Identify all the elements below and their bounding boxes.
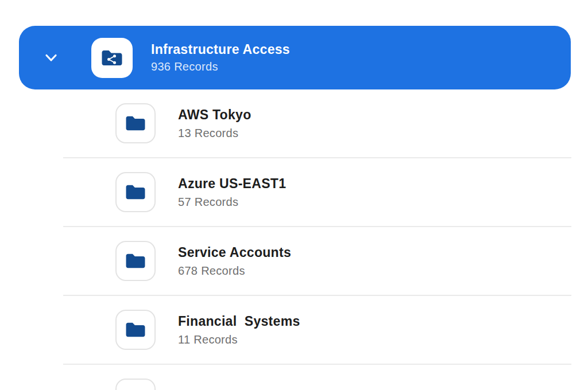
folder-name: Azure US-EAST1: [178, 176, 286, 192]
folder-name: Financial Systems: [178, 314, 300, 329]
folder-row-service-accounts[interactable]: Service Accounts 678 Records: [63, 227, 571, 296]
folder-icon: [115, 379, 156, 390]
folder-row-aws-tokyo[interactable]: AWS Tokyo 13 Records: [63, 89, 571, 158]
chevron-down-icon[interactable]: [44, 50, 59, 65]
folder-text: Azure US-EAST1 57 Records: [178, 176, 286, 209]
shared-folder-icon: [91, 38, 133, 78]
folder-list: AWS Tokyo 13 Records Azure US-EAST1 57 R…: [0, 89, 588, 390]
folder-icon: [115, 172, 156, 212]
shared-folder-record-count: 936 Records: [151, 60, 290, 73]
folder-records: 13 Records: [178, 127, 252, 140]
folder-name: AWS Tokyo: [178, 107, 252, 123]
folder-text: AWS Tokyo 13 Records: [178, 107, 252, 140]
folder-name: Service Accounts: [178, 245, 291, 260]
folder-row-financial-systems[interactable]: Financial Systems 11 Records: [63, 296, 571, 365]
folder-icon: [115, 310, 156, 350]
folder-text: Financial Systems 11 Records: [178, 314, 300, 346]
shared-folder-text: Infrastructure Access 936 Records: [151, 42, 290, 73]
shared-folder-header[interactable]: Infrastructure Access 936 Records: [19, 26, 571, 89]
shared-folder-title: Infrastructure Access: [151, 42, 290, 57]
folder-text: Service Accounts 678 Records: [178, 245, 291, 278]
folder-row-internal-support-tools[interactable]: Internal Support Tools: [63, 365, 571, 390]
folder-icon: [115, 103, 156, 143]
folder-row-azure-us-east1[interactable]: Azure US-EAST1 57 Records: [63, 158, 571, 227]
folder-tree-panel: Infrastructure Access 936 Records AWS To…: [0, 0, 588, 390]
folder-records: 678 Records: [178, 264, 291, 278]
folder-icon: [115, 241, 156, 281]
folder-records: 11 Records: [178, 333, 300, 346]
folder-records: 57 Records: [178, 196, 286, 209]
